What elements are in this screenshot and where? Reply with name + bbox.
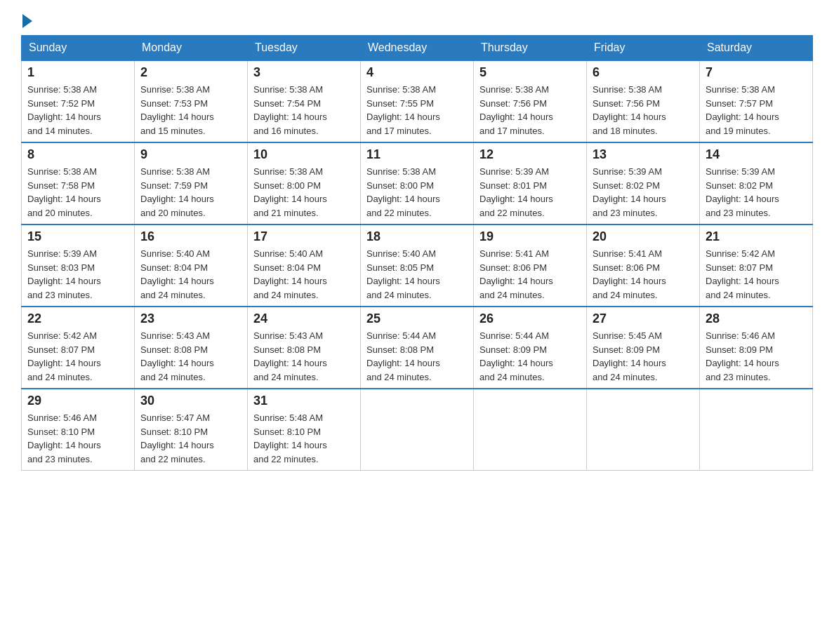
page-header [21, 14, 813, 28]
day-info: Sunrise: 5:38 AMSunset: 7:54 PMDaylight:… [253, 84, 327, 136]
day-info: Sunrise: 5:38 AMSunset: 7:56 PMDaylight:… [479, 84, 553, 136]
calendar-cell: 28 Sunrise: 5:46 AMSunset: 8:09 PMDaylig… [700, 307, 813, 389]
calendar-cell: 26 Sunrise: 5:44 AMSunset: 8:09 PMDaylig… [474, 307, 587, 389]
weekday-header-tuesday: Tuesday [248, 36, 361, 61]
calendar-cell: 4 Sunrise: 5:38 AMSunset: 7:55 PMDayligh… [361, 60, 474, 142]
calendar-week-2: 8 Sunrise: 5:38 AMSunset: 7:58 PMDayligh… [22, 142, 813, 224]
calendar-cell: 20 Sunrise: 5:41 AMSunset: 8:06 PMDaylig… [587, 224, 700, 307]
weekday-header-friday: Friday [587, 36, 700, 61]
day-number: 31 [253, 394, 355, 408]
calendar-cell: 16 Sunrise: 5:40 AMSunset: 8:04 PMDaylig… [135, 224, 248, 307]
day-number: 18 [366, 229, 468, 244]
day-info: Sunrise: 5:38 AMSunset: 8:00 PMDaylight:… [253, 166, 327, 218]
calendar-week-4: 22 Sunrise: 5:42 AMSunset: 8:07 PMDaylig… [22, 307, 813, 389]
day-number: 8 [27, 147, 128, 162]
day-number: 9 [140, 147, 241, 162]
calendar-week-5: 29 Sunrise: 5:46 AMSunset: 8:10 PMDaylig… [22, 389, 813, 471]
day-info: Sunrise: 5:44 AMSunset: 8:09 PMDaylight:… [479, 330, 553, 382]
day-number: 5 [479, 65, 581, 80]
weekday-header-monday: Monday [135, 36, 248, 61]
day-number: 19 [479, 229, 581, 244]
day-number: 29 [27, 394, 128, 408]
calendar-cell [587, 389, 700, 471]
day-number: 2 [140, 65, 241, 80]
day-info: Sunrise: 5:42 AMSunset: 8:07 PMDaylight:… [706, 248, 779, 300]
logo-line2 [21, 14, 32, 28]
day-info: Sunrise: 5:40 AMSunset: 8:05 PMDaylight:… [366, 248, 440, 300]
calendar-cell: 31 Sunrise: 5:48 AMSunset: 8:10 PMDaylig… [248, 389, 361, 471]
day-number: 27 [593, 311, 694, 326]
calendar-cell: 14 Sunrise: 5:39 AMSunset: 8:02 PMDaylig… [700, 142, 813, 224]
day-info: Sunrise: 5:46 AMSunset: 8:09 PMDaylight:… [706, 330, 779, 382]
calendar-cell: 10 Sunrise: 5:38 AMSunset: 8:00 PMDaylig… [248, 142, 361, 224]
day-number: 28 [706, 311, 807, 326]
day-number: 26 [479, 311, 581, 326]
day-info: Sunrise: 5:39 AMSunset: 8:03 PMDaylight:… [27, 248, 101, 300]
calendar-cell: 7 Sunrise: 5:38 AMSunset: 7:57 PMDayligh… [700, 60, 813, 142]
day-number: 12 [479, 147, 581, 162]
day-info: Sunrise: 5:38 AMSunset: 7:53 PMDaylight:… [140, 84, 214, 136]
day-info: Sunrise: 5:38 AMSunset: 7:55 PMDaylight:… [366, 84, 440, 136]
calendar-cell [361, 389, 474, 471]
day-number: 3 [253, 65, 355, 80]
day-info: Sunrise: 5:46 AMSunset: 8:10 PMDaylight:… [27, 412, 101, 464]
calendar-cell: 23 Sunrise: 5:43 AMSunset: 8:08 PMDaylig… [135, 307, 248, 389]
calendar-cell: 27 Sunrise: 5:45 AMSunset: 8:09 PMDaylig… [587, 307, 700, 389]
day-info: Sunrise: 5:41 AMSunset: 8:06 PMDaylight:… [479, 248, 553, 300]
calendar-cell [474, 389, 587, 471]
calendar-cell: 21 Sunrise: 5:42 AMSunset: 8:07 PMDaylig… [700, 224, 813, 307]
calendar-cell: 12 Sunrise: 5:39 AMSunset: 8:01 PMDaylig… [474, 142, 587, 224]
day-number: 21 [706, 229, 807, 244]
day-info: Sunrise: 5:47 AMSunset: 8:10 PMDaylight:… [140, 412, 214, 464]
calendar-cell: 9 Sunrise: 5:38 AMSunset: 7:59 PMDayligh… [135, 142, 248, 224]
day-number: 1 [27, 65, 128, 80]
day-info: Sunrise: 5:38 AMSunset: 8:00 PMDaylight:… [366, 166, 440, 218]
day-info: Sunrise: 5:45 AMSunset: 8:09 PMDaylight:… [593, 330, 666, 382]
day-number: 6 [593, 65, 694, 80]
day-info: Sunrise: 5:38 AMSunset: 7:58 PMDaylight:… [27, 166, 101, 218]
day-info: Sunrise: 5:44 AMSunset: 8:08 PMDaylight:… [366, 330, 440, 382]
weekday-header-wednesday: Wednesday [361, 36, 474, 61]
calendar-cell: 18 Sunrise: 5:40 AMSunset: 8:05 PMDaylig… [361, 224, 474, 307]
day-number: 17 [253, 229, 355, 244]
weekday-header-sunday: Sunday [22, 36, 135, 61]
calendar-cell: 22 Sunrise: 5:42 AMSunset: 8:07 PMDaylig… [22, 307, 135, 389]
day-number: 11 [366, 147, 468, 162]
calendar-cell: 24 Sunrise: 5:43 AMSunset: 8:08 PMDaylig… [248, 307, 361, 389]
calendar-cell: 17 Sunrise: 5:40 AMSunset: 8:04 PMDaylig… [248, 224, 361, 307]
day-number: 24 [253, 311, 355, 326]
day-info: Sunrise: 5:38 AMSunset: 7:52 PMDaylight:… [27, 84, 101, 136]
logo-arrow-icon [22, 14, 32, 28]
calendar-week-3: 15 Sunrise: 5:39 AMSunset: 8:03 PMDaylig… [22, 224, 813, 307]
day-number: 20 [593, 229, 694, 244]
calendar-table: SundayMondayTuesdayWednesdayThursdayFrid… [21, 35, 813, 471]
calendar-cell: 8 Sunrise: 5:38 AMSunset: 7:58 PMDayligh… [22, 142, 135, 224]
calendar-cell [700, 389, 813, 471]
calendar-cell: 29 Sunrise: 5:46 AMSunset: 8:10 PMDaylig… [22, 389, 135, 471]
day-info: Sunrise: 5:40 AMSunset: 8:04 PMDaylight:… [140, 248, 214, 300]
day-number: 4 [366, 65, 468, 80]
day-number: 13 [593, 147, 694, 162]
day-info: Sunrise: 5:48 AMSunset: 8:10 PMDaylight:… [253, 412, 327, 464]
day-number: 22 [27, 311, 128, 326]
calendar-cell: 3 Sunrise: 5:38 AMSunset: 7:54 PMDayligh… [248, 60, 361, 142]
day-info: Sunrise: 5:38 AMSunset: 7:59 PMDaylight:… [140, 166, 214, 218]
day-number: 15 [27, 229, 128, 244]
logo [21, 14, 32, 28]
calendar-cell: 15 Sunrise: 5:39 AMSunset: 8:03 PMDaylig… [22, 224, 135, 307]
day-number: 23 [140, 311, 241, 326]
weekday-header-thursday: Thursday [474, 36, 587, 61]
weekday-header-saturday: Saturday [700, 36, 813, 61]
day-number: 25 [366, 311, 468, 326]
weekday-header-row: SundayMondayTuesdayWednesdayThursdayFrid… [22, 36, 813, 61]
calendar-cell: 1 Sunrise: 5:38 AMSunset: 7:52 PMDayligh… [22, 60, 135, 142]
day-info: Sunrise: 5:43 AMSunset: 8:08 PMDaylight:… [140, 330, 214, 382]
day-number: 30 [140, 394, 241, 408]
day-info: Sunrise: 5:43 AMSunset: 8:08 PMDaylight:… [253, 330, 327, 382]
day-info: Sunrise: 5:38 AMSunset: 7:57 PMDaylight:… [706, 84, 779, 136]
day-info: Sunrise: 5:42 AMSunset: 8:07 PMDaylight:… [27, 330, 101, 382]
day-info: Sunrise: 5:39 AMSunset: 8:02 PMDaylight:… [706, 166, 779, 218]
day-info: Sunrise: 5:39 AMSunset: 8:02 PMDaylight:… [593, 166, 666, 218]
day-number: 16 [140, 229, 241, 244]
day-info: Sunrise: 5:38 AMSunset: 7:56 PMDaylight:… [593, 84, 666, 136]
